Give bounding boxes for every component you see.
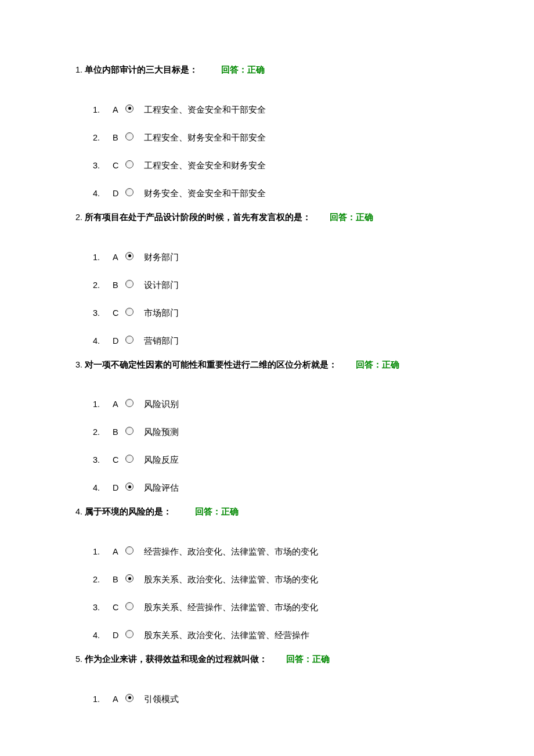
question-number: 4.: [75, 507, 82, 516]
answer-value: 正确: [312, 654, 330, 664]
option-text: 财务安全、资金安全和干部安全: [144, 188, 266, 200]
option-letter: D: [113, 629, 125, 642]
option-letter: A: [113, 546, 125, 559]
answer-label: 回答：: [356, 360, 382, 369]
radio-button[interactable]: [125, 694, 134, 702]
option-text: 设计部门: [144, 279, 179, 292]
question-number: 1.: [75, 65, 82, 74]
option-letter: C: [113, 454, 125, 467]
question: 4. 属于环境的风险的是：回答：正确1.A经营操作、政治变化、法律监管、市场的变…: [75, 506, 459, 650]
option-text: 股东关系、政治变化、法律监管、经营操作: [144, 629, 309, 642]
option-row: 1.A风险识别: [93, 391, 459, 419]
option-index: 4.: [93, 482, 113, 495]
option-index: 3.: [93, 602, 113, 614]
answer-label: 回答：: [195, 507, 221, 516]
option-letter: B: [113, 279, 125, 292]
option-letter: B: [113, 132, 125, 145]
option-text: 工程安全、资金安全和干部安全: [144, 104, 266, 117]
answer-label: 回答：: [221, 65, 247, 74]
radio-button[interactable]: [125, 546, 134, 555]
question-header: 1. 单位内部审计的三大目标是：回答：正确: [75, 64, 459, 77]
option-letter: A: [113, 693, 125, 706]
question: 3. 对一项不确定性因素的可能性和重要性进行二维的区位分析就是：回答：正确1.A…: [75, 359, 459, 503]
answer-value: 正确: [356, 213, 373, 222]
radio-button[interactable]: [125, 252, 134, 260]
option-index: 1.: [93, 693, 113, 706]
option-letter: A: [113, 251, 125, 264]
option-index: 1.: [93, 251, 113, 264]
radio-button[interactable]: [125, 308, 134, 316]
option-row: 3.C市场部门: [93, 300, 459, 327]
options-list: 1.A风险识别2.B风险预测3.C风险反应4.D风险评估: [93, 391, 459, 502]
radio-button[interactable]: [125, 336, 134, 344]
radio-button[interactable]: [125, 188, 134, 196]
radio-button[interactable]: [125, 399, 134, 407]
radio-button[interactable]: [125, 483, 134, 491]
radio-button[interactable]: [125, 132, 134, 141]
question-header: 3. 对一项不确定性因素的可能性和重要性进行二维的区位分析就是：回答：正确: [75, 359, 459, 372]
option-letter: C: [113, 307, 125, 320]
question: 5. 作为企业来讲，获得效益和现金的过程就叫做：回答：正确1.A引领模式: [75, 653, 459, 714]
question-text: 作为企业来讲，获得效益和现金的过程就叫做：: [85, 654, 268, 664]
option-letter: D: [113, 188, 125, 200]
question-header: 4. 属于环境的风险的是：回答：正确: [75, 506, 459, 519]
option-row: 1.A经营操作、政治变化、法律监管、市场的变化: [93, 538, 459, 566]
option-index: 4.: [93, 188, 113, 200]
option-row: 1.A引领模式: [93, 686, 459, 714]
radio-button[interactable]: [125, 602, 134, 610]
quiz-page: 1. 单位内部审计的三大目标是：回答：正确1.A工程安全、资金安全和干部安全2.…: [0, 0, 534, 756]
radio-button[interactable]: [125, 280, 134, 288]
option-row: 4.D营销部门: [93, 327, 459, 355]
option-letter: A: [113, 104, 125, 117]
question-text: 对一项不确定性因素的可能性和重要性进行二维的区位分析就是：: [85, 360, 337, 369]
option-row: 3.C股东关系、经营操作、法律监管、市场的变化: [93, 594, 459, 622]
options-list: 1.A财务部门2.B设计部门3.C市场部门4.D营销部门: [93, 244, 459, 355]
answer-value: 正确: [221, 507, 239, 516]
option-text: 引领模式: [144, 693, 179, 706]
option-row: 4.D财务安全、资金安全和干部安全: [93, 180, 459, 208]
radio-button[interactable]: [125, 427, 134, 435]
option-row: 2.B股东关系、政治变化、法律监管、市场的变化: [93, 566, 459, 594]
radio-button[interactable]: [125, 105, 134, 113]
question-text: 所有项目在处于产品设计阶段的时候，首先有发言权的是：: [85, 213, 311, 222]
option-letter: B: [113, 426, 125, 439]
option-index: 2.: [93, 279, 113, 292]
radio-button[interactable]: [125, 630, 134, 638]
answer-value: 正确: [382, 360, 399, 369]
option-text: 风险预测: [144, 426, 179, 439]
options-list: 1.A经营操作、政治变化、法律监管、市场的变化2.B股东关系、政治变化、法律监管…: [93, 538, 459, 650]
option-row: 2.B工程安全、财务安全和干部安全: [93, 124, 459, 152]
question-header: 2. 所有项目在处于产品设计阶段的时候，首先有发言权的是：回答：正确: [75, 211, 459, 224]
option-text: 风险评估: [144, 482, 179, 495]
option-letter: C: [113, 602, 125, 614]
option-letter: B: [113, 574, 125, 586]
option-index: 1.: [93, 398, 113, 411]
options-list: 1.A引领模式: [93, 686, 459, 714]
answer-value: 正确: [247, 65, 265, 74]
radio-button[interactable]: [125, 455, 134, 463]
option-text: 股东关系、经营操作、法律监管、市场的变化: [144, 602, 318, 614]
question: 2. 所有项目在处于产品设计阶段的时候，首先有发言权的是：回答：正确1.A财务部…: [75, 211, 459, 355]
option-text: 工程安全、资金安全和财务安全: [144, 160, 266, 172]
option-text: 营销部门: [144, 335, 179, 348]
option-row: 4.D股东关系、政治变化、法律监管、经营操作: [93, 622, 459, 650]
option-index: 3.: [93, 307, 113, 320]
radio-button[interactable]: [125, 160, 134, 168]
option-index: 2.: [93, 426, 113, 439]
option-index: 1.: [93, 104, 113, 117]
option-index: 3.: [93, 160, 113, 172]
option-index: 2.: [93, 574, 113, 586]
option-row: 3.C工程安全、资金安全和财务安全: [93, 152, 459, 180]
option-text: 风险反应: [144, 454, 179, 467]
option-row: 2.B设计部门: [93, 272, 459, 300]
option-index: 4.: [93, 629, 113, 642]
question-number: 2.: [75, 213, 82, 222]
option-row: 4.D风险评估: [93, 474, 459, 502]
radio-button[interactable]: [125, 574, 134, 582]
question-number: 3.: [75, 360, 82, 369]
options-list: 1.A工程安全、资金安全和干部安全2.B工程安全、财务安全和干部安全3.C工程安…: [93, 96, 459, 208]
option-row: 1.A工程安全、资金安全和干部安全: [93, 96, 459, 124]
option-text: 市场部门: [144, 307, 179, 320]
option-letter: C: [113, 160, 125, 172]
option-index: 4.: [93, 335, 113, 348]
